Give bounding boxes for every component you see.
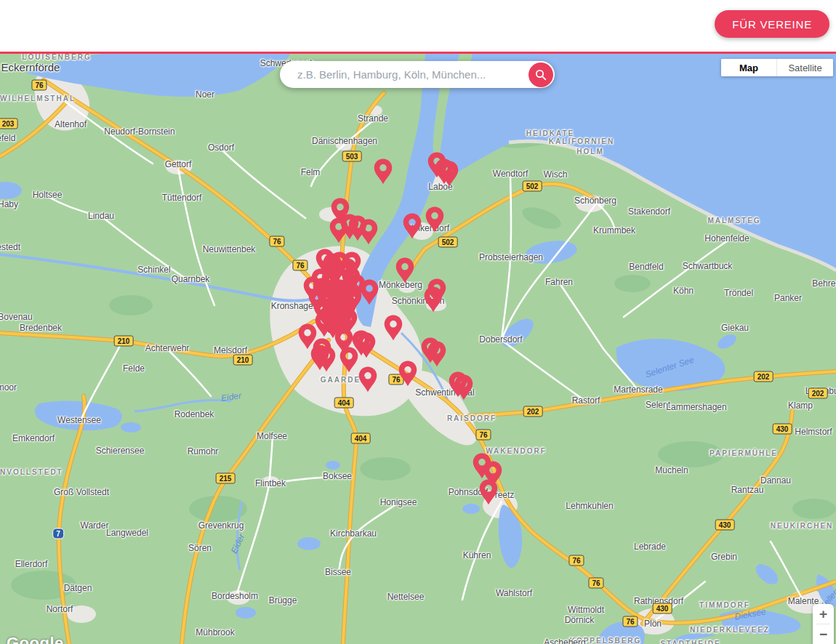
map-pin[interactable]	[359, 219, 378, 245]
map-pin[interactable]	[479, 479, 498, 505]
fuer-vereine-button[interactable]: FÜR VEREINE	[715, 10, 829, 38]
zoom-control: + −	[813, 604, 834, 644]
map-type-satellite-button[interactable]: Satellite	[777, 59, 833, 76]
search-input[interactable]	[296, 68, 528, 81]
map-pin[interactable]	[384, 315, 403, 341]
map-pin[interactable]	[440, 161, 459, 187]
map-type-map-button[interactable]: Map	[721, 59, 777, 76]
map-pin[interactable]	[425, 206, 444, 233]
map-pin[interactable]	[374, 158, 393, 185]
map-pin[interactable]	[357, 332, 376, 358]
map-pin[interactable]	[427, 341, 446, 367]
map-pin[interactable]	[398, 361, 417, 387]
map-pin[interactable]	[454, 374, 473, 401]
map-pin[interactable]	[339, 347, 358, 373]
map-canvas[interactable]	[0, 54, 836, 644]
map-pin[interactable]	[403, 213, 422, 239]
search-button[interactable]	[528, 63, 553, 87]
search-icon	[535, 69, 547, 81]
zoom-out-button[interactable]: −	[813, 624, 834, 644]
google-logo[interactable]: Google	[7, 634, 64, 644]
search-bar	[280, 61, 555, 88]
page: LOUISENBERGWILHELMSTHALHEIDKATEKALIFORNI…	[0, 0, 836, 644]
map-pin[interactable]	[424, 286, 443, 313]
map-pin[interactable]	[395, 257, 414, 283]
site-header: FÜR VEREINE	[0, 0, 836, 54]
map-basemap	[0, 54, 836, 644]
map-pin[interactable]	[358, 366, 377, 393]
map-type-control: Map Satellite	[721, 59, 833, 76]
zoom-in-button[interactable]: +	[813, 604, 834, 624]
map-pin[interactable]	[317, 346, 336, 372]
map-pin[interactable]	[360, 279, 379, 305]
